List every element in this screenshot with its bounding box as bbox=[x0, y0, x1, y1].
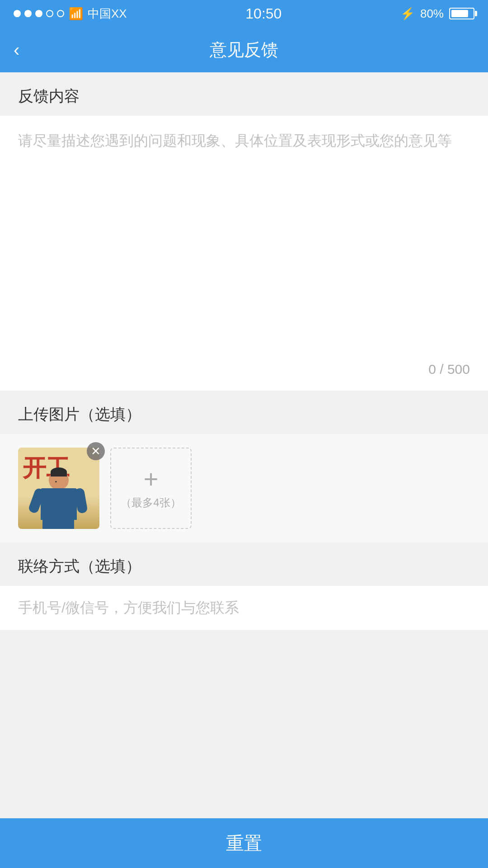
signal-dot-2 bbox=[24, 10, 32, 17]
image-thumb-1: 开工 ✕ bbox=[18, 448, 99, 529]
add-icon: + bbox=[144, 467, 159, 492]
clock: 10:50 bbox=[245, 5, 282, 22]
page-title: 意见反馈 bbox=[210, 38, 278, 61]
battery-bar bbox=[449, 8, 474, 19]
char-count: 0 / 500 bbox=[18, 357, 470, 377]
contact-section-label: 联络方式（选填） bbox=[0, 542, 488, 586]
wifi-icon: 📶 bbox=[69, 7, 83, 21]
feedback-section-label: 反馈内容 bbox=[0, 72, 488, 116]
feedback-textarea-wrap: 0 / 500 bbox=[0, 116, 488, 391]
back-icon: ‹ bbox=[14, 40, 19, 60]
upload-section: 上传图片（选填） 开工 ✕ + bbox=[0, 391, 488, 542]
bottom-spacer bbox=[0, 630, 488, 679]
status-bar: 📶 中国XX 10:50 ⚡ 80% bbox=[0, 0, 488, 27]
signal-dot-3 bbox=[35, 10, 42, 17]
submit-button[interactable]: 重置 bbox=[0, 818, 488, 868]
battery-fill bbox=[451, 10, 468, 17]
content: 反馈内容 0 / 500 上传图片（选填） 开工 bbox=[0, 72, 488, 868]
status-left: 📶 中国XX bbox=[14, 6, 127, 22]
signal-dot-1 bbox=[14, 10, 21, 17]
submit-label: 重置 bbox=[226, 831, 262, 856]
status-right: ⚡ 80% bbox=[400, 7, 474, 21]
battery-container bbox=[449, 8, 474, 19]
signal-dots bbox=[14, 10, 64, 17]
upload-images-row: 开工 ✕ + （最多4张） bbox=[0, 434, 488, 542]
back-button[interactable]: ‹ bbox=[14, 40, 19, 60]
signal-dot-5 bbox=[57, 10, 64, 17]
remove-image-button[interactable]: ✕ bbox=[87, 442, 105, 460]
header: ‹ 意见反馈 bbox=[0, 27, 488, 72]
cartoon-person bbox=[32, 470, 86, 529]
upload-section-label: 上传图片（选填） bbox=[0, 391, 488, 434]
feedback-textarea[interactable] bbox=[18, 129, 470, 355]
signal-dot-4 bbox=[46, 10, 53, 17]
max-images-label: （最多4张） bbox=[121, 495, 181, 510]
add-image-button[interactable]: + （最多4张） bbox=[110, 448, 192, 529]
person-legs bbox=[42, 513, 74, 529]
contact-input[interactable] bbox=[18, 599, 470, 616]
carrier-label: 中国XX bbox=[88, 6, 127, 22]
person-head bbox=[49, 470, 69, 490]
battery-percent: 80% bbox=[420, 7, 444, 21]
contact-section: 联络方式（选填） bbox=[0, 542, 488, 630]
contact-input-wrap bbox=[0, 586, 488, 630]
cartoon-image: 开工 bbox=[18, 448, 99, 529]
bluetooth-icon: ⚡ bbox=[400, 7, 415, 21]
